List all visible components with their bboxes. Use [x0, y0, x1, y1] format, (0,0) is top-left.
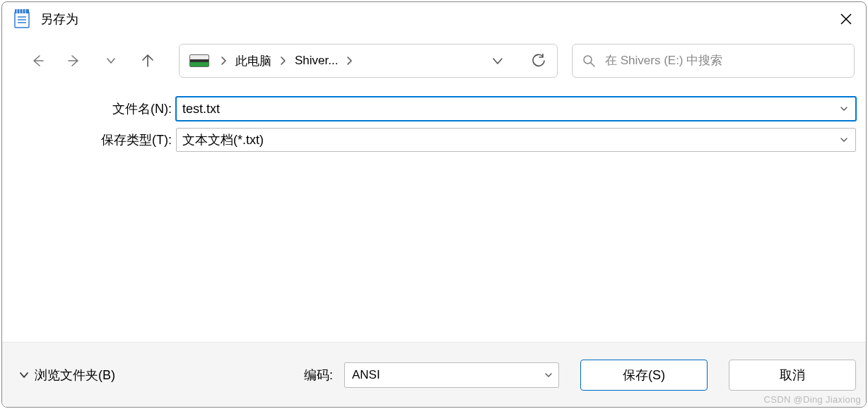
- drive-icon: [189, 54, 209, 67]
- form-area: 文件名(N): test.txt 保存类型(T): 文本文档(*.txt): [2, 85, 866, 159]
- save-button[interactable]: 保存(S): [580, 360, 708, 391]
- notepad-icon: [13, 9, 30, 29]
- breadcrumb-item[interactable]: 此电脑: [234, 52, 273, 71]
- chevron-down-icon: [19, 370, 29, 380]
- filetype-row: 保存类型(T): 文本文档(*.txt): [12, 128, 856, 152]
- nav-toolbar: 此电脑 Shiver...: [2, 36, 866, 85]
- back-button[interactable]: [22, 48, 53, 73]
- refresh-icon: [532, 54, 546, 68]
- chevron-right-icon: [342, 56, 357, 66]
- search-box[interactable]: [572, 44, 855, 78]
- breadcrumb-item[interactable]: Shiver...: [293, 52, 339, 69]
- chevron-down-icon[interactable]: [837, 136, 851, 144]
- window-title: 另存为: [40, 11, 826, 28]
- breadcrumb-dropdown-button[interactable]: [486, 52, 509, 70]
- browse-folders-toggle[interactable]: 浏览文件夹(B): [19, 367, 115, 384]
- refresh-button[interactable]: [526, 49, 551, 72]
- search-icon: [582, 54, 595, 67]
- svg-point-11: [584, 56, 592, 64]
- chevron-down-icon[interactable]: [837, 105, 851, 113]
- search-input[interactable]: [605, 54, 844, 68]
- close-button[interactable]: [826, 2, 866, 36]
- encoding-select[interactable]: ANSI: [344, 362, 559, 388]
- browse-folders-label: 浏览文件夹(B): [35, 367, 115, 384]
- up-button[interactable]: [132, 48, 163, 73]
- breadcrumb[interactable]: 此电脑 Shiver...: [179, 44, 558, 78]
- arrow-up-icon: [141, 54, 155, 68]
- chevron-down-icon: [544, 371, 553, 379]
- filetype-select[interactable]: 文本文档(*.txt): [176, 128, 856, 152]
- cancel-button[interactable]: 取消: [729, 360, 856, 391]
- save-as-dialog: 另存为: [1, 1, 867, 408]
- chevron-right-icon: [216, 56, 231, 66]
- forward-button[interactable]: [59, 48, 90, 73]
- filename-value: test.txt: [182, 102, 837, 117]
- arrow-left-icon: [30, 54, 45, 68]
- filetype-label: 保存类型(T):: [12, 131, 176, 148]
- chevron-down-icon: [106, 56, 116, 66]
- arrow-right-icon: [67, 54, 81, 68]
- filename-input[interactable]: test.txt: [176, 97, 856, 121]
- svg-line-12: [591, 63, 594, 66]
- title-bar: 另存为: [2, 2, 866, 36]
- content-spacer: [2, 159, 866, 342]
- recent-locations-button[interactable]: [95, 48, 127, 73]
- footer-bar: 浏览文件夹(B) 编码: ANSI 保存(S) 取消: [2, 342, 866, 407]
- chevron-down-icon: [492, 56, 503, 66]
- filename-row: 文件名(N): test.txt: [12, 97, 856, 121]
- encoding-value: ANSI: [352, 368, 544, 382]
- close-icon: [840, 13, 852, 25]
- chevron-right-icon: [276, 56, 291, 66]
- filetype-value: 文本文档(*.txt): [182, 131, 837, 148]
- watermark: CSDN @Ding Jiaxiong: [764, 394, 861, 405]
- filename-label: 文件名(N):: [12, 100, 176, 117]
- encoding-label: 编码:: [304, 367, 334, 384]
